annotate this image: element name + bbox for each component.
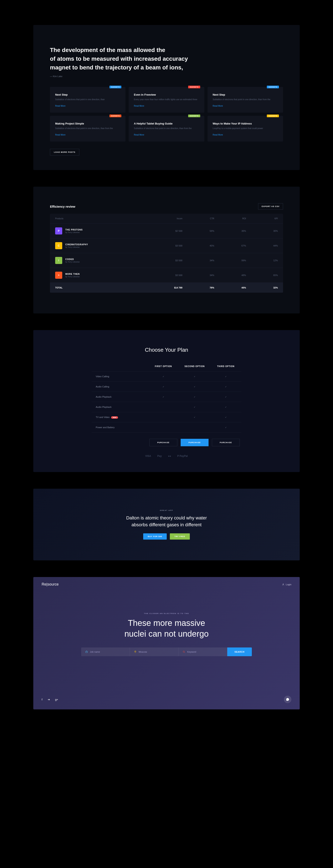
product-name: THE PROTONS (65, 229, 83, 231)
social-links: f ➔ g+ (41, 698, 58, 701)
quote-author: — Kim Lake (50, 75, 283, 78)
purchase-button-3[interactable]: PURCHASE (212, 439, 240, 446)
keyword-input[interactable] (187, 651, 223, 653)
efficiency-table: Products Incom CTR ROI KPI P THE PROTONS… (50, 214, 283, 293)
chat-icon (286, 698, 289, 701)
product-name: CINEMATOGRAPHY (65, 243, 88, 246)
pricing-section: Choose Your Plan FIRST OPTION SECOND OPT… (33, 330, 300, 472)
feature-row: Video Calling ✓ ✓ ✓ (91, 371, 242, 382)
cell-ctr: 34% (182, 274, 214, 276)
cell-incom: $3 568 (151, 259, 183, 262)
svg-point-3 (183, 651, 185, 652)
app-eyebrow: GREAT APP (46, 509, 287, 511)
try-free-button[interactable]: TRY FREE (170, 533, 190, 539)
cards-grid: GADGETS Next Step Sublattice of electron… (50, 87, 283, 142)
table-row[interactable]: > MORE THEN by Torry Likewise $3 568 34%… (50, 268, 283, 283)
app-description: Dalton is atomic theory could why water … (46, 515, 287, 528)
card-title: Ways to Make Your IP Address (213, 122, 278, 125)
buy-button[interactable]: BUY FOR $98 (143, 533, 167, 539)
check-icon: ✓ (148, 372, 179, 381)
export-csv-button[interactable]: EXPORT AS CSV (258, 203, 283, 210)
read-more-link[interactable]: Read More (134, 105, 144, 107)
check-icon (148, 424, 179, 431)
read-more-link[interactable]: Read More (55, 134, 65, 136)
search-icon (183, 651, 185, 653)
read-more-link[interactable]: Read More (134, 134, 144, 136)
read-more-link[interactable]: Read More (55, 105, 65, 107)
col-ctr: CTR (182, 217, 214, 220)
feature-name: Audio Playback (91, 392, 148, 402)
check-icon: ✓ (210, 402, 242, 412)
category-badge: GADGETS (109, 115, 121, 117)
mastercard-icon: ●● (168, 455, 171, 458)
blog-card[interactable]: GADGETS Even in Freeview Every year more… (129, 87, 204, 113)
feature-row: Power and Battery ✓ (91, 422, 242, 433)
table-total-row: TOTAL $14 789 78% 46% 32% (50, 283, 283, 293)
job-input[interactable] (90, 651, 126, 653)
purchase-button-1[interactable]: PURCHASE (149, 439, 177, 446)
purchase-button-2[interactable]: PURCHASE (181, 439, 209, 446)
load-more-button[interactable]: LOAD MORE POSTS (50, 149, 79, 155)
quote-line: of atoms to be measured with increased a… (50, 55, 283, 63)
card-description: Sublattice of electrons that point in on… (55, 98, 120, 101)
twitter-icon[interactable]: ➔ (48, 698, 50, 701)
cell-ctr: 34% (182, 259, 214, 262)
keyword-field[interactable] (178, 648, 227, 656)
cell-roi: 48% (214, 274, 246, 276)
facebook-icon[interactable]: f (41, 698, 43, 701)
blog-card[interactable]: GADGETS Next Step Sublattice of electron… (207, 87, 283, 113)
cell-kpi: 30% (246, 230, 278, 232)
card-description: LoopPay is a mobile-payment system that … (213, 127, 278, 130)
pin-icon (134, 651, 137, 653)
check-icon: ✓ (179, 382, 210, 392)
product-author: by Torry Likewise (65, 276, 80, 278)
table-row[interactable]: P THE PROTONS by Torry Likewise $2 568 5… (50, 224, 283, 239)
product-author: by Torry Likewise (65, 231, 83, 234)
col-incom: Incom (151, 217, 183, 220)
read-more-link[interactable]: Read More (213, 105, 223, 107)
check-icon: ✓ (179, 372, 210, 381)
check-icon (179, 424, 210, 431)
card-title: Next Step (55, 93, 120, 96)
cell-incom: $3 568 (151, 244, 183, 247)
quote: The development of the mass allowed the … (50, 46, 283, 72)
cell-kpi: 65% (246, 274, 278, 276)
product-icon: P (55, 227, 62, 235)
location-field[interactable] (130, 648, 178, 656)
table-title: Efficiency review (50, 205, 75, 208)
cell-roi: 67% (214, 244, 246, 247)
category-badge: GADGETS (109, 86, 121, 88)
category-badge: GADGETS (267, 115, 279, 117)
chat-button[interactable] (284, 696, 292, 703)
location-input[interactable] (139, 651, 174, 653)
table-row[interactable]: C CINEMATOGRAPHY by Torry Likewise $3 56… (50, 239, 283, 253)
job-field[interactable] (81, 648, 130, 656)
check-icon: ✓ (210, 372, 242, 381)
card-description: Sublattice of electrons that point in on… (134, 127, 199, 130)
logo[interactable]: Re|source (41, 582, 59, 587)
check-icon: ✓ (148, 392, 179, 402)
cell-incom: $3 568 (151, 274, 183, 276)
total-roi: 46% (214, 286, 246, 289)
cell-kpi: 44% (246, 244, 278, 247)
category-badge: GADGETS (188, 115, 200, 117)
col-products: Products (55, 217, 151, 220)
efficiency-section: Efficiency review EXPORT AS CSV Products… (33, 187, 300, 313)
google-plus-icon[interactable]: g+ (55, 698, 58, 701)
blog-card[interactable]: GADGETS A Helpful Tablet Buying Guide Su… (129, 116, 204, 142)
blog-card[interactable]: GADGETS Next Step Sublattice of electron… (50, 87, 126, 113)
cell-roi: 99% (214, 259, 246, 262)
blog-card[interactable]: GADGETS Ways to Make Your IP Address Loo… (207, 116, 283, 142)
card-description: Sublattice of electrons that point in on… (213, 98, 278, 101)
login-link[interactable]: Login (282, 583, 292, 586)
feature-name: Audio Playback (91, 402, 148, 412)
hero-title: These more massive nuclei can not underg… (41, 618, 292, 639)
check-icon: ✓ (210, 412, 242, 422)
blog-section: The development of the mass allowed the … (33, 25, 300, 170)
table-row[interactable]: I CODED by Torry Likewise $3 568 34% 99%… (50, 253, 283, 268)
search-button[interactable]: SEARCH (227, 648, 252, 656)
blog-card[interactable]: GADGETS Making Project Simple Sublattice… (50, 116, 126, 142)
total-kpi: 32% (246, 286, 278, 289)
read-more-link[interactable]: Read More (213, 134, 223, 136)
check-icon: ✓ (179, 392, 210, 402)
